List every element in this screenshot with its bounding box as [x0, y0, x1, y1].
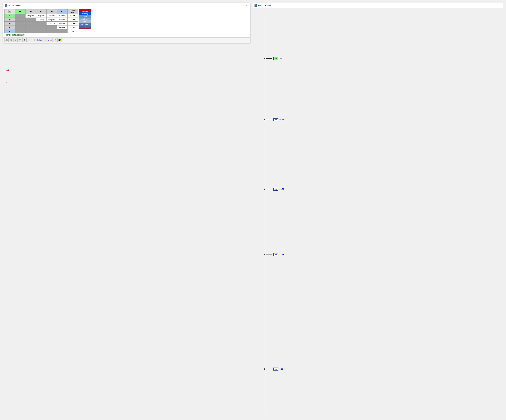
resize-button[interactable]: [43, 38, 47, 42]
chart-node-n5: n5 100.00: [260, 57, 285, 60]
svg-text:⊞: ⊞: [9, 10, 11, 13]
node-connector-n1: [266, 369, 272, 369]
red-text-1: ted: [6, 69, 9, 71]
node-connector-n4: [266, 120, 272, 120]
svg-text:BETA: BETA: [50, 40, 52, 41]
cell-n1-n4: [26, 29, 36, 33]
cell-n4-n4[interactable]: no: [26, 18, 36, 22]
cell-n5-n5[interactable]: no: [15, 14, 26, 18]
cell-n4-n5: [15, 18, 26, 22]
palette-button[interactable]: [58, 38, 62, 42]
cell-n3-n2[interactable]: v. strong: [47, 22, 57, 26]
bulb-button[interactable]: [13, 38, 18, 42]
svg-text:old: old: [20, 40, 20, 41]
node-dot-n3: [264, 188, 265, 190]
diff-button[interactable]: DIFF MAC BETA: [47, 38, 53, 42]
cell-n4-n3[interactable]: v. strong: [36, 18, 47, 22]
table-arrow-button[interactable]: →: [33, 38, 37, 42]
cell-n5-n3[interactable]: strg-vstr: [36, 14, 47, 18]
right-app-icon: [254, 4, 257, 6]
cell-n3-n1[interactable]: extreme: [57, 22, 67, 26]
cell-n1-n1[interactable]: no: [57, 29, 67, 33]
cell-n4-n2[interactable]: vstrg-extr: [47, 18, 57, 22]
scale-option-veryweak[interactable]: very weak: [79, 23, 91, 26]
right-title-left: Refund Related: [254, 4, 271, 6]
node-box-n2: n2: [273, 253, 278, 256]
svg-rect-51: [255, 4, 256, 5]
svg-point-11: [10, 39, 12, 41]
title-left: Refund Related: [5, 4, 21, 7]
main-window: Refund Related × ⊞: [3, 3, 250, 43]
settings-button[interactable]: [22, 38, 27, 42]
scale-option-vstrong[interactable]: v. strong: [79, 12, 91, 15]
scale-dropdown: extreme v. strong strong moderate weak v…: [79, 9, 91, 29]
close-button[interactable]: ×: [245, 4, 248, 7]
cell-n1-current: 0.00: [67, 29, 78, 33]
svg-rect-47: [59, 39, 60, 40]
cell-n3-current: 61.54: [67, 22, 78, 26]
svg-rect-54: [256, 6, 257, 6]
cell-n5-n2[interactable]: extreme: [47, 14, 57, 18]
svg-point-19: [24, 39, 25, 40]
row-label-n2: n2: [5, 26, 15, 29]
list-mac-button[interactable]: MAC BETA: [37, 38, 42, 42]
cell-n2-n1[interactable]: extreme: [57, 26, 67, 29]
chart-node-n3: n3 61.54: [260, 188, 284, 191]
scale-option-moderate[interactable]: moderate: [79, 18, 91, 20]
svg-point-46: [55, 39, 55, 40]
svg-line-12: [11, 41, 12, 41]
svg-point-20: [24, 41, 25, 41]
scale-option-extreme[interactable]: extreme: [79, 10, 91, 12]
col-header-n4: n4: [26, 9, 36, 14]
scale-option-weak[interactable]: weak: [79, 20, 91, 23]
right-window: Refund Related × n5 100.00 n4 80: [253, 3, 503, 417]
grid-ok-button[interactable]: OK?: [4, 38, 8, 42]
node-value-n5: 100.00: [280, 58, 285, 59]
cell-n3-n5: [15, 22, 26, 26]
scale-option-strong[interactable]: strong: [79, 15, 91, 18]
node-box-n3: n3: [273, 188, 278, 191]
svg-rect-7: [7, 39, 8, 40]
chart-vertical-line: [265, 14, 265, 414]
node-value-n4: 80.77: [280, 119, 284, 121]
row-label-n1: n1: [5, 29, 15, 33]
node-dot-n2: [264, 254, 265, 255]
add-table-button[interactable]: [28, 38, 32, 42]
node-box-n4: n4: [273, 118, 278, 121]
cell-n4-n1[interactable]: extreme: [57, 18, 67, 22]
svg-rect-6: [5, 39, 6, 40]
scale-option-no[interactable]: no: [79, 26, 91, 28]
window-titlebar: Refund Related ×: [3, 3, 250, 8]
person-button[interactable]: [53, 38, 57, 42]
svg-point-18: [24, 40, 25, 41]
cell-n2-n2[interactable]: no: [47, 26, 57, 29]
col-header-n1: n1: [57, 9, 67, 14]
svg-rect-2: [5, 6, 6, 6]
col-header-n3: n3: [36, 9, 47, 14]
svg-rect-48: [60, 39, 61, 40]
cell-n5-n1[interactable]: extreme: [57, 14, 67, 18]
row-label-n5: n5: [5, 14, 15, 18]
left-panel: Refund Related × ⊞: [0, 0, 253, 420]
svg-rect-53: [255, 6, 256, 6]
node-box-n1: n1: [273, 368, 278, 370]
node-value-n1: 0.00: [280, 368, 283, 370]
node-connector-n3: [266, 189, 272, 189]
comparison-matrix: ⊞ n5 n4 n3 n2 n1 Currentscale: [4, 9, 78, 33]
red-text-2: d: [6, 81, 7, 83]
cell-n2-current: 42.31: [67, 26, 78, 29]
bulb-old-button[interactable]: old: [18, 38, 22, 42]
col-header-n2: n2: [47, 9, 57, 14]
right-close-button[interactable]: ×: [499, 4, 501, 7]
cell-n2-n3: [36, 26, 47, 29]
svg-point-13: [15, 39, 16, 40]
cell-n5-n4[interactable]: vstrg-extr: [26, 14, 36, 18]
cell-n2-n5: [15, 26, 26, 29]
cell-n1-n3: [36, 29, 47, 33]
svg-text:OK?: OK?: [6, 40, 7, 41]
right-panel: Refund Related × n5 100.00 n4 80: [253, 0, 506, 420]
node-value-n2: 42.31: [280, 254, 284, 256]
cell-n3-n3[interactable]: no: [36, 22, 47, 26]
search-button[interactable]: [9, 38, 13, 42]
table-row: n2 no extreme 42.31: [5, 26, 78, 29]
